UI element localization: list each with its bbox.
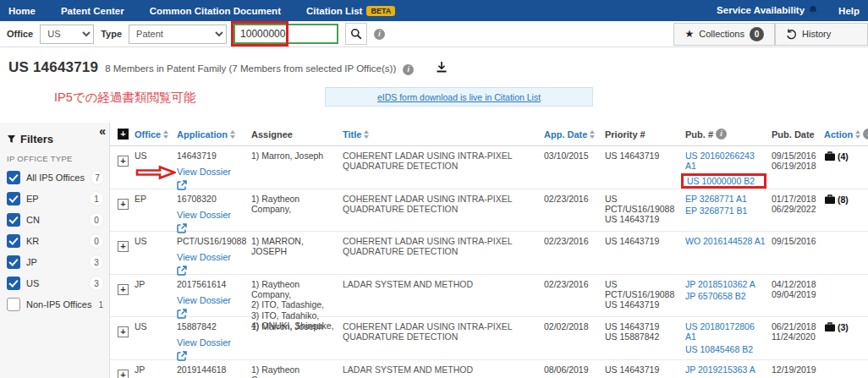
checkbox-kr[interactable]: [7, 234, 20, 248]
cell-pub: US 20180172806 A1 US 10845468 B2: [683, 317, 769, 364]
expand-all-icon[interactable]: [118, 129, 129, 140]
ip-office-type-label: IP OFFICE TYPE: [7, 154, 104, 163]
publication-link[interactable]: US 20160266243 A1: [685, 151, 766, 172]
application-number: 2019144618: [177, 364, 246, 375]
count-badge: 3: [89, 276, 104, 291]
nav-right-group: Service Availability Help: [717, 5, 860, 17]
view-dossier-link[interactable]: View Dossier: [177, 337, 231, 348]
sidebar-item-us: US 3: [7, 272, 104, 293]
checkbox-ep[interactable]: [7, 192, 20, 205]
table-row: US PCT/US16/19088 View Dossier 1) MARRON…: [110, 232, 868, 275]
cell-assignee: 1) Raytheon Company,: [249, 360, 340, 378]
nav-home[interactable]: Home: [8, 6, 36, 16]
cell-application: 16708320 View Dossier: [174, 189, 249, 236]
publication-link[interactable]: EP 3268771 B1: [685, 205, 766, 216]
filters-title: Filters: [7, 133, 104, 145]
collections-count-badge: 0: [750, 27, 764, 41]
download-icon[interactable]: [436, 61, 448, 74]
nav-patent-center[interactable]: Patent Center: [61, 6, 124, 16]
family-info-icon[interactable]: [403, 64, 414, 75]
col-app-date[interactable]: App. Date: [541, 129, 602, 140]
cell-pub: WO 2016144528 A1: [683, 232, 769, 278]
pub-info-icon[interactable]: [716, 129, 727, 140]
collapse-sidebar-icon[interactable]: [99, 124, 106, 138]
nav-citation-list[interactable]: Citation ListBETA: [306, 6, 395, 16]
collections-button[interactable]: Collections 0: [673, 23, 775, 46]
expand-row-icon[interactable]: [118, 370, 129, 378]
col-application[interactable]: Application: [174, 129, 249, 140]
cell-application: 2019144618 View Dossier: [174, 360, 249, 378]
publication-link[interactable]: EP 3268771 A1: [685, 194, 766, 204]
cell-priority: US 14643719: [602, 146, 683, 193]
cell-action: (3): [821, 317, 860, 364]
table-header: Office Application Assignee Title App. D…: [110, 123, 868, 146]
expand-row-icon[interactable]: [118, 284, 129, 295]
count-badge: 3: [89, 255, 104, 270]
checkbox-jp[interactable]: [7, 255, 20, 269]
publication-link-red-boxed[interactable]: US 10000000 B2: [681, 173, 766, 189]
col-office[interactable]: Office: [132, 129, 174, 140]
nav-help[interactable]: Help: [838, 6, 860, 16]
briefcase-icon[interactable]: [824, 151, 836, 163]
cell-pub-date: 12/19/2019: [769, 360, 821, 378]
action-info-icon[interactable]: [863, 129, 868, 140]
sort-icon: [163, 130, 168, 139]
publication-link[interactable]: US 20180172806 A1: [685, 321, 766, 342]
cell-app-date: 02/23/2016: [541, 232, 602, 278]
view-dossier-link[interactable]: View Dossier: [177, 210, 231, 221]
search-input-wrap: [233, 24, 338, 44]
expand-row-icon[interactable]: [118, 326, 129, 337]
history-button[interactable]: History: [775, 23, 868, 46]
checkbox-cn[interactable]: [7, 213, 20, 227]
red-annotation-note: IP5での経過書類閲覧可能: [54, 90, 195, 106]
bell-icon: [808, 5, 818, 17]
cell-app-date: 02/23/2016: [541, 189, 602, 236]
office-label: Office: [7, 29, 33, 39]
briefcase-icon[interactable]: [824, 194, 836, 206]
nav-service-availability[interactable]: Service Availability: [717, 5, 818, 17]
filter-funnel-icon: [7, 134, 16, 144]
cell-office: EP: [132, 189, 174, 236]
eids-banner: eIDS form download is live in Citation L…: [325, 87, 593, 107]
cell-application: 14643719 View Dossier: [174, 146, 249, 193]
nav-common-citation-document[interactable]: Common Citation Document: [150, 6, 281, 16]
cell-action: [821, 360, 860, 378]
sidebar-item-all-ip5: All IP5 Offices 7: [7, 167, 104, 188]
expand-row-icon[interactable]: [118, 156, 129, 167]
search-info-icon[interactable]: [374, 29, 385, 40]
search-input[interactable]: [233, 24, 338, 44]
checkbox-us[interactable]: [7, 277, 20, 290]
page-title: US 14643719: [8, 59, 98, 76]
type-select[interactable]: Patent: [129, 25, 227, 44]
checkbox-non-ip5[interactable]: [7, 298, 20, 311]
action-count: (3): [838, 322, 849, 332]
family-members-subtitle: 8 Members in Patent Family (7 Members fr…: [105, 63, 396, 74]
view-dossier-link[interactable]: View Dossier: [177, 252, 231, 263]
expand-row-icon[interactable]: [118, 241, 129, 252]
application-number: PCT/US16/19088: [177, 236, 246, 246]
cell-title: COHERENT LADAR USING INTRA-PIXEL QUADRAT…: [340, 146, 541, 193]
col-action[interactable]: Action: [821, 129, 860, 140]
publication-link[interactable]: JP 6570658 B2: [685, 291, 766, 301]
action-count: (8): [838, 194, 849, 205]
view-dossier-link[interactable]: View Dossier: [177, 295, 231, 306]
office-select[interactable]: US: [40, 25, 94, 44]
expand-row-icon[interactable]: [118, 199, 129, 210]
count-badge: 1: [97, 297, 104, 312]
publication-link[interactable]: WO 2016144528 A1: [685, 236, 766, 246]
publication-link[interactable]: JP 2018510362 A: [685, 279, 766, 289]
view-dossier-link[interactable]: View Dossier: [177, 167, 231, 178]
cell-priority: US 14643719: [602, 360, 683, 378]
sidebar-item-jp: JP 3: [7, 251, 104, 272]
publication-link[interactable]: US 10845468 B2: [685, 344, 766, 354]
eids-banner-link[interactable]: eIDS form download is live in Citation L…: [377, 92, 541, 102]
checkbox-all-ip5[interactable]: [7, 171, 20, 184]
col-title[interactable]: Title: [340, 129, 541, 140]
table-row: JP 2019144618 View Dossier 1) Raytheon C…: [110, 360, 868, 378]
cell-action: [821, 232, 860, 278]
publication-link[interactable]: JP 2019215363 A: [685, 364, 766, 375]
cell-app-date: 02/02/2018: [541, 317, 602, 364]
briefcase-icon[interactable]: [824, 322, 836, 334]
table-row: JP 2017561614 View Dossier 1) Raytheon C…: [110, 275, 868, 318]
search-button[interactable]: [345, 23, 367, 45]
